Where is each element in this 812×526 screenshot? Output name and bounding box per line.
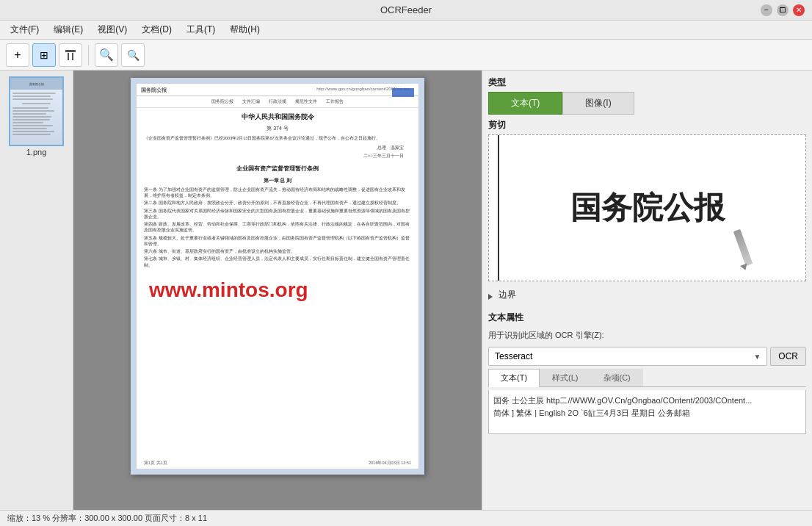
type-section-label: 类型 (488, 76, 806, 89)
thumbnail-panel: 国务院公报 (0, 71, 73, 510)
right-panel: 类型 文本(T) 图像(I) 剪切 国务院公报 边界 文本属性 (482, 71, 812, 510)
app-title: OCRFeeder (51, 4, 761, 15)
thumbnail-label: 1.png (26, 148, 47, 156)
status-text: 缩放：13 % 分辨率：300.00 x 300.00 页面尺寸：8 x 11 (7, 513, 207, 524)
zoom-in-button[interactable]: 🔍 (121, 43, 145, 67)
doc-article-5: 第五条 规模较大、处于重要行业或者关键领域的国有及国有控股企业，由国务院国有资产… (137, 234, 418, 248)
document-page: 国务院公报 http://www.gov.cn/gongbao/content/… (131, 78, 424, 475)
text-content-area[interactable]: 国务 士公主辰 http二//WWW.gOV.Cn/gOngbao/COnten… (488, 390, 806, 434)
restore-button[interactable]: ⧠ (777, 4, 789, 16)
menu-bar: 文件(F) 编辑(E) 视图(V) 文档(D) 工具(T) 帮助(H) (0, 21, 812, 40)
menu-tools[interactable]: 工具(T) (181, 22, 221, 37)
border-label: 边界 (499, 289, 516, 301)
crop-text-preview: 国务院公报 (570, 187, 725, 228)
minimize-button[interactable]: − (761, 4, 772, 16)
text-mode-button[interactable] (59, 43, 82, 67)
main-content: 国务院公报 (0, 71, 812, 510)
pencil-tip (740, 264, 749, 272)
ocr-engine-label: 用于识别此区域的 OCR 引擎(Z): (488, 330, 604, 341)
doc-article-6: 第六条 城市、街道、基层政府实行的国有资产，由批准设立的机构实施监管。 (137, 248, 418, 255)
toolbar-separator (88, 45, 89, 65)
doc-article-4: 第四条 财政、发展改革、经贸、劳动和社会保障、工商等行政部门和机构，依照有关法律… (137, 220, 418, 234)
type-section: 类型 文本(T) 图像(I) (488, 76, 806, 115)
ocr-engine-select[interactable]: Tesseract ▼ (488, 347, 767, 366)
title-bar: OCRFeeder − ⧠ ✕ (0, 0, 812, 21)
ocr-run-button[interactable]: OCR (770, 347, 806, 366)
toolbar: + ⊞ 🔍 🔍 (0, 40, 812, 71)
window-controls: − ⧠ ✕ (761, 4, 805, 16)
doc-decree-text: 《企业国有资产监督管理暂行条例》已经2003年2月13日国务院第67次常务会议讨… (137, 134, 418, 143)
close-button[interactable]: ✕ (793, 4, 805, 16)
doc-article-2: 第二条 国务院和地方人民政府，按照政企分开、政资分开的原则，不再直接经营企业，不… (137, 199, 418, 206)
doc-nav: 国务院公报文件汇编行政法规规范性文件工作报告 (137, 96, 418, 108)
pencil-icon (733, 229, 753, 266)
doc-article-7: 第七条 城市、乡镇、村、集体经济组织、企业经营管理人员，法定代表人和主要成员，实… (137, 255, 418, 269)
menu-edit[interactable]: 编辑(E) (48, 22, 89, 37)
type-text-button[interactable]: 文本(T) (488, 92, 562, 115)
text-props-label: 文本属性 (488, 311, 806, 324)
doc-chapter-1: 第一章 总 则 (137, 175, 418, 186)
svg-rect-1 (68, 53, 69, 60)
view-mode-button[interactable]: ⊞ (32, 43, 56, 67)
crop-section: 剪切 国务院公报 (488, 119, 806, 281)
thumbnail-item[interactable]: 国务院公报 (6, 76, 67, 156)
menu-help[interactable]: 帮助(H) (224, 22, 266, 37)
crop-preview: 国务院公报 (488, 134, 806, 281)
doc-article-1: 第一条 为了加强对企业国有资产的监督管理，防止企业国有资产流失，推动国有经济布局… (137, 186, 418, 200)
svg-rect-2 (72, 53, 73, 60)
status-bar: 缩放：13 % 分辨率：300.00 x 300.00 页面尺寸：8 x 11 (0, 510, 812, 526)
ocr-engine-value: Tesseract (495, 351, 532, 361)
tab-style[interactable]: 样式(L) (540, 369, 590, 386)
type-buttons: 文本(T) 图像(I) (488, 92, 806, 115)
ocr-engine-row: 用于识别此区域的 OCR 引擎(Z): (488, 330, 806, 341)
crop-section-label: 剪切 (488, 119, 806, 132)
text-content-line2: 简体 ] 繁体 | English 2O `6缸三4月3日 星期日 公务邮箱 (493, 407, 801, 419)
doc-main-title: 中华人民共和国国务院令 (137, 108, 418, 123)
zoom-out-button[interactable]: 🔍 (95, 43, 118, 67)
tab-misc[interactable]: 杂项(C) (591, 369, 643, 386)
document-inner: 国务院公报 http://www.gov.cn/gongbao/content/… (137, 84, 418, 469)
thumbnail-image: 国务院公报 (9, 76, 64, 146)
text-content-line1: 国务 士公主辰 http二//WWW.gOV.Cn/gOngbao/COnten… (493, 394, 801, 407)
border-expand-icon (488, 294, 493, 300)
doc-footer: 第1页 共1页 2016年04月03日 13:51 (137, 461, 418, 466)
svg-rect-0 (65, 50, 76, 52)
add-button[interactable]: + (6, 43, 29, 67)
doc-highlight-box (392, 88, 414, 97)
doc-header: 国务院公报 http://www.gov.cn/gongbao/content/… (137, 84, 418, 96)
text-props-section: 文本属性 用于识别此区域的 OCR 引擎(Z): Tesseract ▼ OCR… (488, 311, 806, 434)
menu-view[interactable]: 视图(V) (92, 22, 133, 37)
menu-document[interactable]: 文档(D) (136, 22, 178, 37)
type-image-button[interactable]: 图像(I) (562, 92, 634, 115)
tab-text[interactable]: 文本(T) (488, 369, 540, 387)
border-section[interactable]: 边界 (488, 286, 806, 307)
doc-article-3: 第三条 国务院代表国家对关系国民经济命脉和国家安全的大型国有及国有控股企业，重要… (137, 207, 418, 221)
document-view[interactable]: 国务院公报 http://www.gov.cn/gongbao/content/… (73, 71, 482, 510)
dropdown-arrow-icon: ▼ (753, 353, 761, 361)
tab-bar: 文本(T) 样式(L) 杂项(C) (488, 369, 806, 387)
crop-ruler-line (498, 135, 499, 281)
menu-file[interactable]: 文件(F) (4, 22, 45, 37)
ocr-select-container: Tesseract ▼ OCR (488, 347, 806, 366)
